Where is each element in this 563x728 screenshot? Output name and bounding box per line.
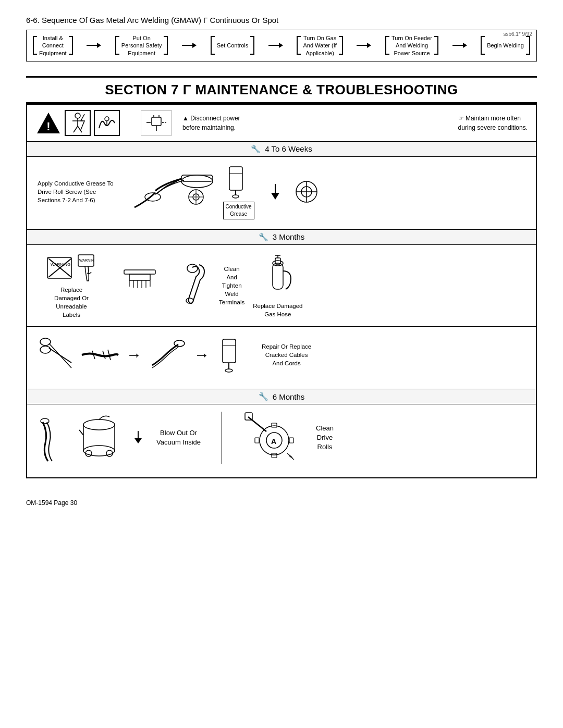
svg-point-74	[106, 450, 113, 456]
sequence-box: ssb6.1* 9/92 Install & Connect Equipment…	[26, 30, 537, 61]
grease-illustration: Conductive Grease	[124, 164, 322, 219]
svg-text:A: A	[271, 437, 276, 446]
svg-point-71	[83, 446, 115, 456]
seq-step-5: Turn On Feeder And Welding Power Source	[385, 34, 438, 57]
warning-row: !	[27, 105, 536, 142]
svg-text:WARNIN: WARNIN	[79, 258, 94, 262]
cracked-cable-icon	[79, 334, 121, 376]
svg-line-87	[289, 455, 294, 460]
seq-step-2: Put On Personal Safety Equipment	[115, 34, 168, 57]
content-section-3months-row2: → →	[27, 327, 536, 389]
period-header-3months: 🔧 3 Months	[27, 230, 536, 245]
svg-point-2	[75, 113, 80, 118]
svg-line-86	[287, 453, 292, 458]
svg-rect-50	[273, 263, 283, 289]
main-section-heading: SECTION 7 Γ MAINTENANCE & TROUBLESHOOTIN…	[26, 76, 537, 104]
svg-line-58	[49, 348, 71, 363]
svg-line-83	[248, 417, 266, 431]
clean-drive-rolls-caption: Clean Drive Rolls	[316, 424, 334, 452]
svg-rect-82	[289, 438, 293, 443]
svg-line-60	[103, 351, 105, 359]
svg-rect-80	[272, 453, 277, 458]
svg-rect-63	[223, 339, 236, 363]
wave-icon	[94, 110, 120, 136]
svg-rect-9	[152, 117, 161, 126]
svg-marker-76	[134, 438, 142, 443]
arrow-right-cables2: →	[194, 346, 210, 364]
seq-step-1: Install & Connect Equipment	[33, 34, 73, 57]
svg-point-7	[105, 117, 109, 121]
svg-point-55	[40, 338, 51, 346]
svg-rect-79	[272, 423, 277, 427]
grease-caption: Apply Conductive Grease To Drive Roll Sc…	[38, 179, 114, 204]
disconnect-power-icon	[141, 110, 172, 135]
new-cable-icon	[147, 334, 189, 376]
section-title-66: 6-6. Sequence Of Gas Metal Arc Welding (…	[26, 16, 537, 24]
svg-point-67	[41, 418, 49, 424]
repair-cables-caption: Repair Or Replace Cracked Cables And Cor…	[262, 342, 311, 367]
svg-rect-16	[181, 175, 213, 181]
content-section-4to6weeks: Apply Conductive Grease To Drive Roll Sc…	[27, 157, 536, 230]
footer: OM-1594 Page 30	[26, 499, 537, 507]
svg-text:!: !	[46, 120, 50, 133]
disconnect-text: ▲ Disconnect power before maintaining.	[182, 114, 240, 132]
svg-rect-24	[229, 167, 242, 190]
drive-rolls-illustration: A	[243, 412, 305, 464]
svg-line-5	[74, 126, 78, 132]
svg-rect-40	[124, 270, 155, 274]
maintenance-box: !	[26, 104, 537, 478]
grease-tube-icon	[215, 334, 246, 376]
replace-labels-group: WARNING WARNIN Replace Damaged Or Unread…	[38, 252, 105, 319]
warning-triangle-icon: !	[35, 110, 62, 136]
warning-icons-group: !	[35, 110, 120, 136]
seq-step-3: Set Controls	[211, 36, 255, 55]
brush-tool-group	[114, 265, 166, 306]
electric-shock-icon	[65, 110, 91, 136]
period-icon-4to6weeks: 🔧	[251, 144, 261, 154]
svg-point-73	[85, 450, 92, 456]
period-header-4to6weeks: 🔧 4 To 6 Weeks	[27, 142, 536, 157]
arrow-down-vacuum	[130, 430, 146, 446]
gas-hose-group: Replace Damaged Gas Hose	[253, 253, 302, 318]
seq-step-4: Turn On Gas And Water (If Applicable)	[297, 34, 342, 57]
svg-rect-41	[129, 274, 150, 280]
clean-tighten-caption: Clean And Tighten Weld Terminals	[219, 265, 244, 306]
content-section-6months: Blow Out Or Vacuum Inside	[27, 404, 536, 477]
maintain-note: ☞ Maintain more often during severe cond…	[458, 114, 528, 132]
period-icon-3months: 🔧	[259, 232, 268, 242]
svg-point-62	[174, 340, 185, 347]
ref-code: ssb6.1* 9/92	[503, 31, 532, 37]
svg-point-68	[83, 419, 115, 430]
svg-line-72	[79, 430, 83, 435]
period-icon-6months: 🔧	[259, 392, 268, 401]
svg-point-56	[40, 346, 51, 353]
vacuum-illustration	[38, 412, 120, 464]
seq-step-6: Begin Welding	[481, 36, 530, 55]
period-header-6months: 🔧 6 Months	[27, 389, 536, 404]
svg-marker-29	[271, 193, 279, 200]
svg-point-48	[187, 264, 198, 273]
blowout-caption: Blow Out Or Vacuum Inside	[156, 428, 201, 447]
wrench-group	[174, 262, 211, 309]
content-section-3months-row1: WARNING WARNIN Replace Damaged Or Unread…	[27, 245, 536, 327]
arrow-right-cables: →	[126, 346, 142, 364]
scissors-icon	[38, 334, 74, 376]
divider	[222, 412, 222, 464]
svg-rect-81	[255, 438, 259, 443]
